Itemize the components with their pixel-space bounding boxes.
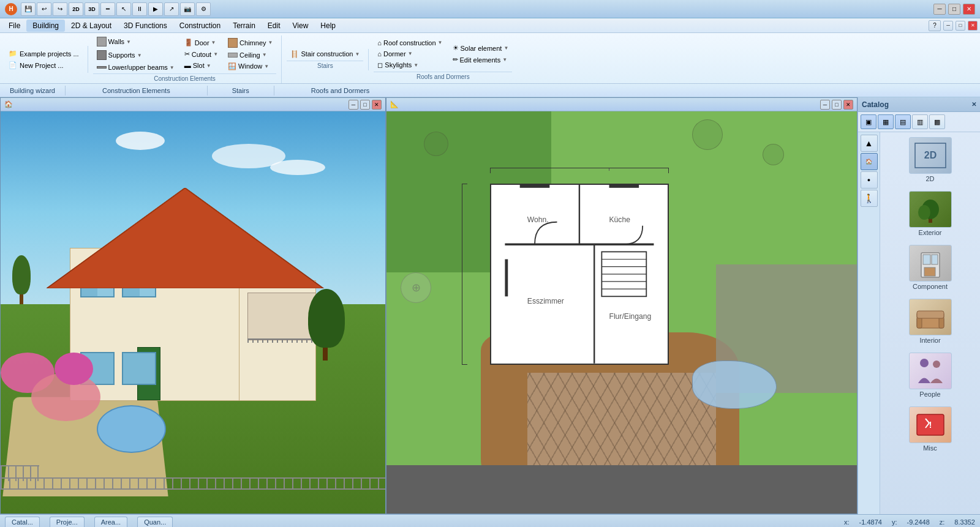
toolbar-redo-btn[interactable]: ↪	[53, 2, 67, 16]
menu-2d-layout[interactable]: 2D & Layout	[65, 20, 118, 32]
door-button[interactable]: 🚪 Door ▼	[181, 37, 222, 48]
svg-rect-28	[932, 255, 938, 264]
maximize-button[interactable]: □	[948, 4, 960, 15]
catalog-item-2d-img: 2D	[909, 137, 952, 174]
menu-3d-functions[interactable]: 3D Functions	[118, 20, 173, 32]
toolbar-camera-btn[interactable]: 📷	[180, 2, 195, 16]
example-projects-button[interactable]: 📁 Example projects ...	[5, 48, 83, 59]
edit-elements-button[interactable]: ✏ Edit elements ▼	[449, 54, 513, 65]
bush-small	[55, 353, 93, 385]
catalog-item-misc[interactable]: ! Misc	[883, 404, 978, 454]
window-button[interactable]: 🪟 Window ▼	[224, 61, 276, 72]
catalog-nav-person[interactable]: 🚶	[861, 190, 878, 207]
construction-elements-top: Walls ▼ Supports ▼ Lower/upper beams ▼	[93, 36, 277, 72]
status-tab-project[interactable]: Proje...	[50, 517, 85, 527]
catalog-items: 2D 2D Exterior	[880, 132, 980, 514]
new-project-button[interactable]: 📄 New Project ...	[5, 60, 83, 70]
chimney-button[interactable]: Chimney ▼	[224, 37, 276, 49]
viewport-2d[interactable]: 📐 ─ □ ✕	[386, 97, 858, 514]
edit-arrow: ▼	[502, 57, 507, 62]
toolbar-line-btn[interactable]: ━	[100, 2, 115, 16]
toolbar-extra-btn[interactable]: ⚙	[196, 2, 211, 16]
toolbar-play-btn[interactable]: ▶	[148, 2, 163, 16]
dormer-button[interactable]: ⌂ Dormer ▼	[374, 49, 446, 59]
status-tab-quantity[interactable]: Quan...	[137, 517, 173, 527]
viewport-3d-maximize[interactable]: □	[360, 100, 370, 110]
menu-restore-btn[interactable]: □	[956, 21, 965, 31]
menu-construction[interactable]: Construction	[173, 20, 227, 32]
catalog-item-component-img	[909, 245, 952, 282]
dimension-line-left	[462, 184, 476, 365]
viewport-2d-minimize[interactable]: ─	[820, 100, 830, 110]
viewport-3d[interactable]: 🏠 ─ □ ✕	[0, 97, 386, 514]
stairs-group: 🪜 Stair construction ▼ Stairs	[282, 49, 369, 70]
svg-marker-0	[47, 188, 323, 288]
stair-construction-button[interactable]: 🪜 Stair construction ▼	[287, 49, 363, 59]
house-right-wing	[239, 280, 316, 401]
menu-edit[interactable]: Edit	[262, 20, 287, 32]
catalog-item-exterior[interactable]: Exterior	[883, 189, 978, 239]
toolbar-2d-btn[interactable]: 2D	[69, 2, 83, 16]
exterior-preview-svg	[912, 194, 949, 225]
skylights-button[interactable]: ◻ Skylights ▼	[374, 60, 446, 70]
solar-element-button[interactable]: ☀ Solar element ▼	[449, 43, 513, 53]
catalog-tool-btn-1[interactable]: ▣	[861, 114, 876, 129]
toolbar-pause-btn[interactable]: ⏸	[132, 2, 147, 16]
catalog-left-nav: ▲ 🏠 ● 🚶	[858, 132, 880, 514]
ceiling-button[interactable]: Ceiling ▼	[224, 50, 276, 60]
menu-minimize-btn[interactable]: ─	[943, 21, 953, 31]
catalog-item-2d-label: 2D	[925, 175, 934, 182]
cutout-button[interactable]: ✂ Cutout ▼	[181, 49, 222, 59]
catalog-item-2d[interactable]: 2D 2D	[883, 135, 978, 185]
supports-button[interactable]: Supports ▼	[93, 49, 178, 61]
status-tab-catalog[interactable]: Catal...	[5, 517, 40, 527]
catalog-close-icon[interactable]: ✕	[971, 101, 976, 108]
catalog-item-people[interactable]: People	[883, 350, 978, 400]
toolbar-save-btn[interactable]: 💾	[21, 2, 36, 16]
toolbar-arrow-btn[interactable]: ↗	[164, 2, 179, 16]
menu-file[interactable]: File	[2, 20, 26, 32]
solar-icon: ☀	[453, 44, 459, 52]
catalog-item-component[interactable]: Component	[883, 242, 978, 293]
catalog-nav-up[interactable]: ▲	[861, 135, 878, 152]
menu-view[interactable]: View	[287, 20, 315, 32]
menu-help[interactable]: Help	[314, 20, 342, 32]
slot-button[interactable]: ▬ Slot ▼	[181, 61, 222, 70]
viewport-3d-header: 🏠 ─ □ ✕	[1, 98, 385, 111]
toolbar-3d-btn[interactable]: 3D	[85, 2, 99, 16]
viewport-2d-close[interactable]: ✕	[843, 100, 853, 110]
viewport-3d-minimize[interactable]: ─	[349, 100, 358, 110]
catalog-tool-btn-5[interactable]: ▩	[929, 114, 945, 129]
window-arrow: ▼	[264, 64, 269, 69]
svg-text:!: !	[929, 420, 932, 430]
catalog-tool-btn-3[interactable]: ▤	[895, 114, 911, 129]
catalog-tool-btn-2[interactable]: ▦	[878, 114, 894, 129]
close-button[interactable]: ✕	[963, 4, 975, 15]
interior-preview-svg	[912, 302, 949, 332]
z-label: z:	[940, 518, 945, 526]
viewport-2d-maximize[interactable]: □	[832, 100, 842, 110]
minimize-button[interactable]: ─	[933, 4, 946, 15]
building-wizard-button[interactable]: Building wizard	[0, 86, 66, 95]
catalog-nav-dot[interactable]: ●	[861, 171, 878, 189]
catalog-item-interior[interactable]: Interior	[883, 296, 978, 346]
help-btn[interactable]: ?	[929, 20, 941, 31]
svg-point-35	[933, 361, 940, 368]
skylights-arrow: ▼	[413, 62, 418, 68]
toolbar-undo-btn[interactable]: ↩	[37, 2, 51, 16]
menu-building[interactable]: Building	[26, 20, 65, 32]
z-value: 8.3352	[954, 518, 975, 526]
toolbar-select-btn[interactable]: ↖	[116, 2, 131, 16]
status-tab-area[interactable]: Area...	[94, 517, 127, 527]
tree-right	[308, 287, 345, 361]
menu-terrain[interactable]: Terrain	[227, 20, 262, 32]
menu-close-btn[interactable]: ✕	[968, 21, 978, 31]
lower-upper-beams-button[interactable]: Lower/upper beams ▼	[93, 62, 178, 72]
catalog-nav-left[interactable]: 🏠	[861, 153, 878, 170]
catalog-tool-btn-4[interactable]: ▥	[912, 114, 928, 129]
roof-construction-button[interactable]: ⌂ Roof construction ▼	[374, 38, 446, 48]
walls-button[interactable]: Walls ▼	[93, 36, 178, 48]
catalog-item-interior-label: Interior	[919, 337, 940, 344]
viewport-3d-close[interactable]: ✕	[372, 100, 382, 110]
2d-preview-svg: 2D	[912, 140, 949, 171]
